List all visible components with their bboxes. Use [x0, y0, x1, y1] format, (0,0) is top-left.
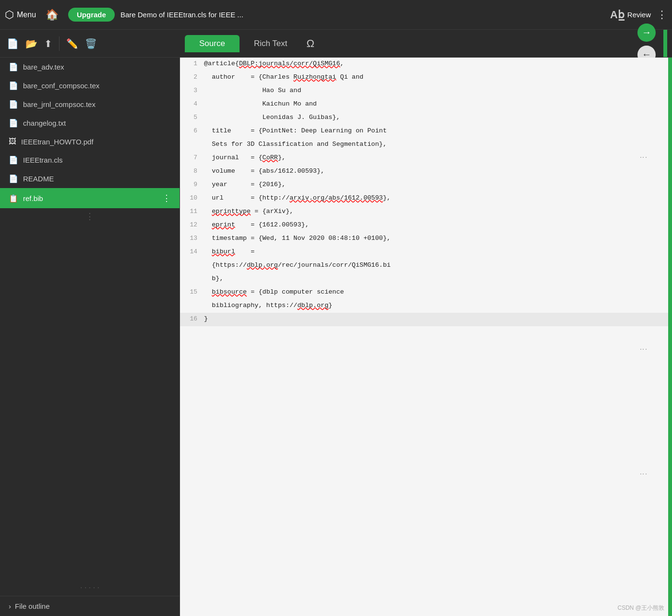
line-num-15b	[180, 299, 204, 313]
line-content-12: eprint = {1612.00593},	[204, 219, 672, 232]
omega-button[interactable]: Ω	[301, 36, 319, 52]
overleaf-icon: ⬡	[5, 9, 14, 21]
file-item-bare-adv[interactable]: 📄 bare_adv.tex	[0, 58, 180, 76]
line-num-14b	[180, 259, 204, 272]
line-num-11: 11	[180, 205, 204, 219]
code-line-9: 9 year = {2016},	[180, 178, 672, 192]
code-line-10: 10 url = {http://arxiv.org/abs/1612.0059…	[180, 192, 672, 205]
code-editor-area[interactable]: 1 @article{DBLP:journals/corr/QiSMG16, 2…	[180, 58, 672, 616]
open-folder-icon[interactable]: 📂	[25, 38, 37, 49]
review-label: Review	[627, 11, 651, 19]
file-readme-icon: 📄	[9, 174, 18, 183]
toolbar-left: 📄 📂 ⬆ ✏️ 🗑️	[0, 36, 180, 51]
line-content-6b: Sets for 3D Classification and Segmentat…	[204, 138, 672, 152]
code-editor[interactable]: 1 @article{DBLP:journals/corr/QiSMG16, 2…	[180, 58, 672, 616]
code-line-6a: 6 title = {PointNet: Deep Learning on Po…	[180, 125, 672, 138]
file-bib-icon: 📋	[9, 194, 18, 203]
menu-label: Menu	[17, 11, 36, 19]
line-content-6a: title = {PointNet: Deep Learning on Poin…	[204, 125, 672, 138]
file-txt-icon: 📄	[9, 118, 18, 128]
file-tex-icon: 📄	[9, 62, 18, 71]
file-item-bare-conf[interactable]: 📄 bare_conf_compsoc.tex	[0, 76, 180, 95]
line-num-6b	[180, 138, 204, 152]
line-content-4: Kaichun Mo and	[204, 98, 672, 111]
review-icon: Ab̲	[610, 9, 624, 21]
line-num-3: 3	[180, 84, 204, 98]
upgrade-button[interactable]: Upgrade	[68, 8, 115, 22]
upload-icon[interactable]: ⬆	[44, 38, 52, 49]
code-line-11: 11 eprinttype = {arXiv},	[180, 205, 672, 219]
menu-button[interactable]: ⬡ Menu	[5, 9, 36, 21]
code-line-15b: bibliography, https://dblp.org}	[180, 299, 672, 313]
file-item-readme[interactable]: 📄 README	[0, 169, 180, 188]
navbar: ⬡ Menu 🏠 Upgrade Bare Demo of IEEEtran.c…	[0, 0, 672, 30]
line-content-2: author = {Charles Ruizhongtai Qi and	[204, 71, 672, 84]
file-item-refbib[interactable]: 📋 ref.bib ⋮	[0, 188, 180, 208]
nav-extra-icon[interactable]: ⋮	[657, 9, 667, 21]
line-content-15a: bibsource = {dblp computer science	[204, 286, 672, 299]
delete-icon[interactable]: 🗑️	[85, 38, 97, 49]
code-line-12: 12 eprint = {1612.00593},	[180, 219, 672, 232]
line-num-12: 12	[180, 219, 204, 232]
file-tex-icon: 📄	[9, 100, 18, 109]
line-num-6: 6	[180, 125, 204, 138]
file-name-bare-conf: bare_conf_compsoc.tex	[23, 82, 171, 90]
line-content-14b: {https://dblp.org/rec/journals/corr/QiSM…	[204, 259, 672, 272]
file-item-cls[interactable]: 📄 IEEEtran.cls	[0, 151, 180, 169]
code-line-4: 4 Kaichun Mo and	[180, 98, 672, 111]
code-line-2: 2 author = {Charles Ruizhongtai Qi and	[180, 71, 672, 84]
file-item-howto[interactable]: 🖼 IEEEtran_HOWTO.pdf	[0, 132, 180, 151]
navigate-right-button[interactable]: →	[637, 24, 656, 42]
line-content-16: }	[204, 313, 672, 326]
line-content-8: volume = {abs/1612.00593},	[204, 165, 672, 178]
line-num-15: 15	[180, 286, 204, 299]
green-accent-bar	[663, 30, 667, 57]
code-line-8: 8 volume = {abs/1612.00593},	[180, 165, 672, 178]
line-num-4: 4	[180, 98, 204, 111]
code-line-3: 3 Hao Su and	[180, 84, 672, 98]
main-content: 📄 bare_adv.tex 📄 bare_conf_compsoc.tex 📄…	[0, 58, 672, 616]
file-list: 📄 bare_adv.tex 📄 bare_conf_compsoc.tex 📄…	[0, 58, 180, 580]
code-line-6b: Sets for 3D Classification and Segmentat…	[180, 138, 672, 152]
edit-icon[interactable]: ✏️	[66, 38, 78, 49]
code-line-14b: {https://dblp.org/rec/journals/corr/QiSM…	[180, 259, 672, 272]
review-button[interactable]: Ab̲ Review	[610, 9, 651, 21]
tab-richtext[interactable]: Rich Text	[240, 35, 302, 52]
toolbar: 📄 📂 ⬆ ✏️ 🗑️ Source Rich Text Ω → ←	[0, 30, 672, 58]
tab-source[interactable]: Source	[185, 35, 240, 52]
code-line-14a: 14 biburl =	[180, 246, 672, 259]
file-pdf-icon: 🖼	[9, 137, 16, 146]
line-num-9: 9	[180, 178, 204, 192]
code-line-14c: b},	[180, 272, 672, 286]
line-num-7: 7	[180, 152, 204, 165]
chevron-right-icon: ›	[9, 602, 11, 610]
line-num-10: 10	[180, 192, 204, 205]
code-line-13: 13 timestamp = {Wed, 11 Nov 2020 08:48:1…	[180, 232, 672, 246]
code-line-15a: 15 bibsource = {dblp computer science	[180, 286, 672, 299]
line-content-7: journal = {CoRR},	[204, 152, 672, 165]
file-item-bare-jrnl[interactable]: 📄 bare_jrnl_compsoc.tex	[0, 95, 180, 114]
file-name-refbib: ref.bib	[23, 194, 157, 202]
file-name-bare-jrnl: bare_jrnl_compsoc.tex	[23, 100, 171, 108]
file-name-cls: IEEEtran.cls	[23, 156, 171, 164]
line-num-1: 1	[180, 58, 204, 71]
code-line-5: 5 Leonidas J. Guibas},	[180, 111, 672, 125]
right-dots-top: ⋮	[639, 154, 648, 161]
green-right-accent	[668, 58, 672, 616]
line-num-13: 13	[180, 232, 204, 246]
file-context-menu-icon[interactable]: ⋮	[162, 193, 171, 203]
file-name-changelog: changelog.txt	[23, 119, 171, 127]
home-button[interactable]: 🏠	[42, 7, 62, 23]
file-item-changelog[interactable]: 📄 changelog.txt	[0, 114, 180, 132]
line-num-2: 2	[180, 71, 204, 84]
new-file-icon[interactable]: 📄	[7, 38, 19, 49]
right-dots-mid: ⋮	[639, 345, 648, 353]
file-outline-button[interactable]: › File outline	[0, 596, 180, 616]
file-name-readme: README	[23, 175, 171, 183]
line-content-3: Hao Su and	[204, 84, 672, 98]
watermark: CSDN @王小熊敦	[617, 604, 664, 612]
code-line-16: 16 }	[180, 313, 672, 326]
line-num-14: 14	[180, 246, 204, 259]
file-name-bare-adv: bare_adv.tex	[23, 63, 171, 71]
line-content-9: year = {2016},	[204, 178, 672, 192]
